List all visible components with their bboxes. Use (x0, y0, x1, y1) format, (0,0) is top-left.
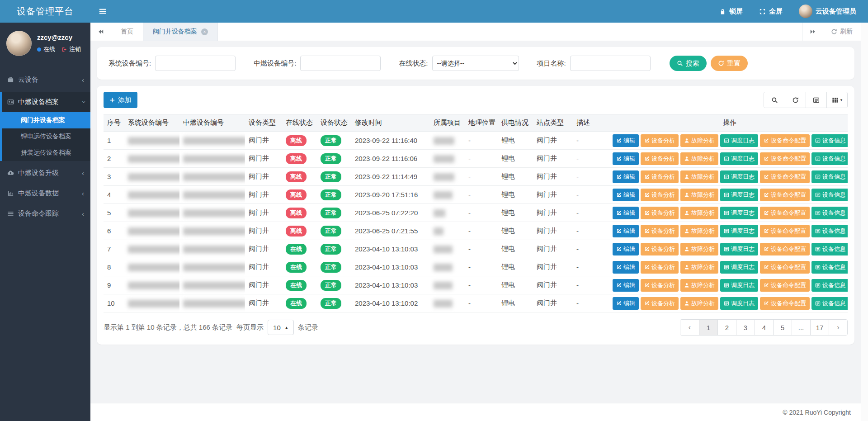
fault-analysis-button[interactable]: 故障分析 (680, 279, 718, 292)
online-status-select[interactable]: --请选择-- (432, 56, 519, 71)
fault-analysis-button[interactable]: 故障分析 (680, 297, 718, 310)
device-info-button[interactable]: 设备信息 (811, 207, 848, 219)
device-command-config-button[interactable]: 设备命令配置 (760, 261, 810, 274)
next-page-button[interactable]: › (829, 320, 847, 335)
edit-button[interactable]: 编辑 (613, 152, 639, 165)
dispatch-log-button[interactable]: 调度日志 (720, 134, 758, 147)
dispatch-log-button[interactable]: 调度日志 (720, 243, 758, 255)
sidebar-item-gas-device-data[interactable]: 中燃设备数据‹ (0, 183, 90, 203)
sidebar-item-cloud-device[interactable]: 云设备‹ (0, 70, 90, 90)
sidebar-item-assembled-remote-archive[interactable]: 拼装远传设备档案 (2, 145, 90, 161)
device-analysis-button[interactable]: 设备分析 (641, 279, 679, 292)
fault-analysis-button[interactable]: 故障分析 (680, 170, 718, 183)
device-command-config-button[interactable]: 设备命令配置 (760, 279, 810, 292)
search-button[interactable]: 搜索 (670, 56, 707, 71)
device-analysis-button[interactable]: 设备分析 (641, 152, 679, 165)
device-command-config-button[interactable]: 设备命令配置 (760, 207, 810, 219)
dispatch-log-button[interactable]: 调度日志 (720, 170, 758, 183)
scrollbar-rail[interactable] (861, 23, 868, 421)
device-info-button[interactable]: 设备信息 (811, 279, 848, 292)
reset-button[interactable]: 重置 (711, 56, 748, 71)
close-icon[interactable]: × (201, 28, 208, 35)
refresh-tool-button[interactable] (785, 92, 806, 108)
edit-button[interactable]: 编辑 (613, 207, 639, 219)
device-command-config-button[interactable]: 设备命令配置 (760, 152, 810, 165)
add-button[interactable]: 添加 (104, 92, 137, 108)
edit-button[interactable]: 编辑 (613, 225, 639, 237)
device-info-button[interactable]: 设备信息 (811, 152, 848, 165)
edit-button[interactable]: 编辑 (613, 170, 639, 183)
tab-refresh-button[interactable]: 刷新 (823, 23, 861, 41)
sidebar-item-gas-device-archive[interactable]: 中燃设备档案‹ (2, 92, 90, 112)
fault-analysis-button[interactable]: 故障分析 (680, 207, 718, 219)
search-tool-button[interactable] (764, 92, 785, 108)
edit-button[interactable]: 编辑 (613, 189, 639, 201)
fault-analysis-button[interactable]: 故障分析 (680, 134, 718, 147)
system-no-input[interactable] (155, 56, 236, 71)
page-size-select[interactable]: 10 ▲ (268, 320, 294, 335)
dispatch-log-button[interactable]: 调度日志 (720, 152, 758, 165)
edit-button[interactable]: 编辑 (613, 261, 639, 274)
fault-analysis-button[interactable]: 故障分析 (680, 225, 718, 237)
device-command-config-button[interactable]: 设备命令配置 (760, 297, 810, 310)
dispatch-log-button[interactable]: 调度日志 (720, 207, 758, 219)
page-button-5[interactable]: 5 (773, 320, 792, 335)
project-name-input[interactable] (570, 56, 651, 71)
device-analysis-button[interactable]: 设备分析 (641, 189, 679, 201)
logout-button[interactable]: 注销 (61, 45, 81, 53)
tab-home[interactable]: 首页 (111, 23, 143, 41)
sidebar-item-lithium-remote-archive[interactable]: 锂电远传设备档案 (2, 128, 90, 145)
tabs-scroll-right-button[interactable] (802, 23, 823, 41)
prev-page-button[interactable]: ‹ (680, 320, 699, 335)
fault-analysis-button[interactable]: 故障分析 (680, 261, 718, 274)
dispatch-log-button[interactable]: 调度日志 (720, 297, 758, 310)
device-info-button[interactable]: 设备信息 (811, 243, 848, 255)
device-analysis-button[interactable]: 设备分析 (641, 261, 679, 274)
device-analysis-button[interactable]: 设备分析 (641, 170, 679, 183)
device-command-config-button[interactable]: 设备命令配置 (760, 243, 810, 255)
edit-button[interactable]: 编辑 (613, 134, 639, 147)
fault-analysis-button[interactable]: 故障分析 (680, 152, 718, 165)
page-button-17[interactable]: 17 (810, 320, 829, 335)
device-command-config-button[interactable]: 设备命令配置 (760, 189, 810, 201)
sidebar-toggle-button[interactable] (99, 7, 107, 15)
tabs-scroll-left-button[interactable] (90, 23, 111, 41)
fault-analysis-button[interactable]: 故障分析 (680, 189, 718, 201)
sidebar-item-device-command-trace[interactable]: 设备命令跟踪‹ (0, 203, 90, 224)
edit-button[interactable]: 编辑 (613, 297, 639, 310)
sidebar-item-valve-well-archive[interactable]: 阀门井设备档案 (2, 112, 90, 128)
device-info-button[interactable]: 设备信息 (811, 170, 848, 183)
dispatch-log-button[interactable]: 调度日志 (720, 279, 758, 292)
edit-button[interactable]: 编辑 (613, 243, 639, 255)
fault-analysis-button[interactable]: 故障分析 (680, 243, 718, 255)
page-button-2[interactable]: 2 (717, 320, 736, 335)
card-list-tool-button[interactable] (806, 92, 826, 108)
dispatch-log-button[interactable]: 调度日志 (720, 189, 758, 201)
page-button-3[interactable]: 3 (736, 320, 755, 335)
device-info-button[interactable]: 设备信息 (811, 297, 848, 310)
admin-user-menu[interactable]: 云设备管理员 (799, 5, 856, 18)
page-ellipsis[interactable]: ... (792, 320, 810, 335)
dispatch-log-button[interactable]: 调度日志 (720, 225, 758, 237)
dispatch-log-button[interactable]: 调度日志 (720, 261, 758, 274)
device-analysis-button[interactable]: 设备分析 (641, 225, 679, 237)
device-info-button[interactable]: 设备信息 (811, 261, 848, 274)
device-info-button[interactable]: 设备信息 (811, 225, 848, 237)
fullscreen-button[interactable]: 全屏 (759, 7, 783, 16)
page-button-4[interactable]: 4 (755, 320, 773, 335)
device-command-config-button[interactable]: 设备命令配置 (760, 134, 810, 147)
device-analysis-button[interactable]: 设备分析 (641, 134, 679, 147)
device-analysis-button[interactable]: 设备分析 (641, 207, 679, 219)
edit-button[interactable]: 编辑 (613, 279, 639, 292)
sidebar-item-gas-device-upgrade[interactable]: 中燃设备升级‹ (0, 163, 90, 183)
device-command-config-button[interactable]: 设备命令配置 (760, 170, 810, 183)
gas-no-input[interactable] (300, 56, 381, 71)
device-info-button[interactable]: 设备信息 (811, 189, 848, 201)
page-button-1[interactable]: 1 (699, 320, 717, 335)
lock-screen-button[interactable]: 锁屏 (719, 7, 743, 16)
device-analysis-button[interactable]: 设备分析 (641, 297, 679, 310)
device-command-config-button[interactable]: 设备命令配置 (760, 225, 810, 237)
tab-valve-well-archive[interactable]: 阀门井设备档案 × (143, 23, 218, 41)
device-analysis-button[interactable]: 设备分析 (641, 243, 679, 255)
grid-tool-button[interactable]: ▾ (826, 92, 847, 108)
